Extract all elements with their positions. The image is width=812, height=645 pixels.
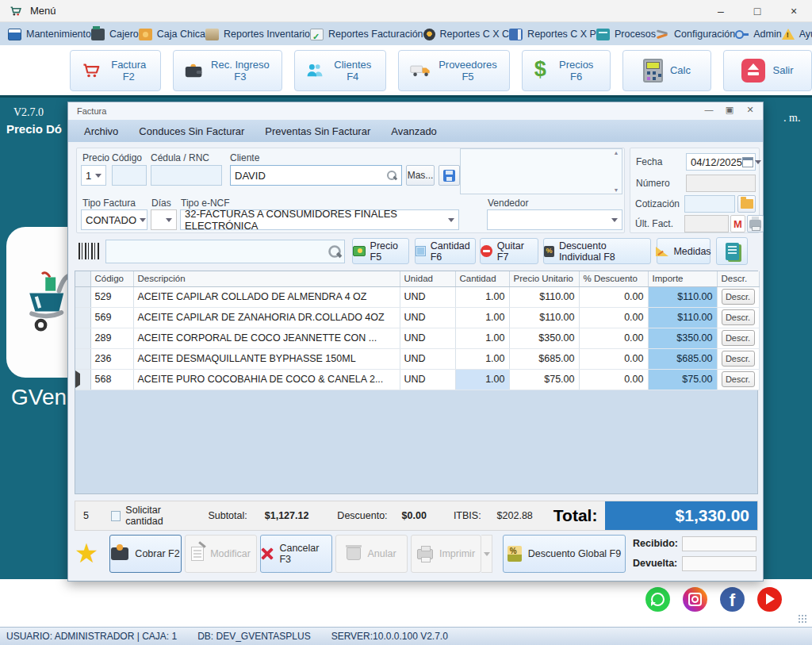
cotizacion-browse-button[interactable] — [737, 195, 756, 213]
descr-button[interactable]: Descr. — [722, 289, 755, 305]
modificar-button[interactable]: Modificar — [185, 535, 257, 573]
imprimir-dropdown[interactable] — [481, 535, 492, 573]
rec-ingreso-button[interactable]: Rec. Ingreso F3 — [173, 50, 282, 91]
cliente-input[interactable]: DAVID — [230, 165, 402, 186]
tipo-encf-label: Tipo e-NCF — [181, 198, 230, 209]
descuento-value: $0.00 — [402, 510, 427, 521]
codigo-input[interactable] — [112, 165, 147, 186]
col-descuento[interactable]: % Descuento — [579, 271, 648, 286]
scroll-up-icon[interactable]: ▲ — [611, 150, 621, 155]
calc-button[interactable]: Calc — [622, 50, 711, 91]
table-row[interactable]: 529 ACEITE CAPILAR COLLADO DE ALMENDRA 4… — [75, 286, 759, 307]
descr-button[interactable]: Descr. — [722, 351, 755, 367]
youtube-icon[interactable] — [757, 587, 782, 612]
maximize-button[interactable]: □ — [739, 0, 776, 22]
menu-item-reportes-cxc[interactable]: Reportes C X C — [423, 29, 510, 40]
bottom-band: f — [0, 579, 812, 629]
menu-item-ayuda[interactable]: Ayuda — [782, 29, 812, 40]
table-row[interactable]: 289 ACEITE CORPORAL DE COCO JEANNETTE CO… — [75, 328, 759, 348]
factura-minimize-button[interactable]: — — [703, 105, 715, 115]
menu-item-mantenimiento[interactable]: Mantenimiento — [8, 29, 91, 40]
comentario-textarea[interactable]: ▲ ▼ — [460, 148, 622, 194]
print-ult-fact-button[interactable] — [747, 215, 764, 232]
menu-item-cajero[interactable]: Cajero — [91, 29, 139, 40]
col-precio-unitario[interactable]: Precio Unitario — [509, 271, 579, 286]
minimize-button[interactable]: – — [703, 0, 739, 22]
dias-select[interactable] — [151, 209, 177, 230]
tipo-factura-select[interactable]: CONTADO — [81, 209, 147, 230]
notas-button[interactable] — [716, 237, 748, 265]
cedula-input[interactable] — [151, 165, 222, 186]
solicitar-cantidad-checkbox[interactable] — [111, 511, 121, 521]
descuento-individual-f8-button[interactable]: Descuento Individual F8 — [543, 238, 651, 264]
recibido-input[interactable] — [682, 536, 756, 551]
folder-icon — [741, 199, 753, 209]
medidas-button[interactable]: Medidas — [657, 238, 710, 264]
fecha-datepicker[interactable]: 04/12/2025 — [686, 153, 756, 171]
menu-preventas[interactable]: Preventas Sin Facturar — [265, 125, 370, 137]
col-unidad[interactable]: Unidad — [400, 271, 455, 286]
menu-item-procesos[interactable]: Procesos — [596, 29, 656, 40]
menu-conduces[interactable]: Conduces Sin Facturar — [139, 125, 244, 137]
descr-button[interactable]: Descr. — [722, 309, 755, 325]
totals-bar: 5 Solicitar cantidad Subtotal: $1,127.12… — [75, 501, 758, 531]
search-icon[interactable] — [327, 244, 342, 259]
save-button[interactable] — [439, 165, 460, 186]
cobrar-button[interactable]: Cobrar F2 — [109, 535, 182, 573]
fecha-label: Fecha — [636, 156, 662, 167]
menu-item-reportes-cxp[interactable]: Reportes C X P — [509, 29, 596, 40]
col-descr[interactable]: Descr. — [717, 271, 759, 286]
cancelar-button[interactable]: Cancelar F3 — [260, 535, 332, 573]
table-row[interactable]: 236 ACEITE DESMAQUILLANTE BYPHASSE 150ML… — [75, 348, 759, 369]
factura-button[interactable]: Factura F2 — [70, 50, 161, 91]
menu-item-configuracion[interactable]: Configuración — [656, 29, 735, 40]
resize-grip[interactable] — [798, 614, 807, 624]
close-button[interactable]: × — [776, 0, 812, 22]
tipo-encf-select[interactable]: 32-FACTURAS A CONSUMIDORES FINALES ELECT… — [180, 209, 459, 230]
precio-select[interactable]: 1 — [81, 165, 106, 186]
menu-avanzado[interactable]: Avanzado — [391, 125, 437, 137]
instagram-icon[interactable] — [683, 587, 707, 612]
menu-item-caja-chica[interactable]: Caja Chica — [139, 29, 205, 40]
devuelta-input[interactable] — [682, 556, 756, 571]
whatsapp-icon[interactable] — [645, 587, 670, 612]
cantidad-f6-button[interactable]: Cantidad F6 — [415, 238, 476, 264]
factura-window-controls: — ▣ ✕ — [703, 105, 756, 115]
precio-f5-button[interactable]: Precio F5 — [352, 238, 409, 264]
precios-button[interactable]: Precios F6 — [522, 50, 611, 91]
anular-button[interactable]: Anular — [335, 535, 408, 573]
col-cantidad[interactable]: Cantidad — [455, 271, 509, 286]
menu-item-reportes-facturacion[interactable]: Reportes Facturación — [310, 29, 423, 40]
menu-archivo[interactable]: Archivo — [84, 125, 118, 137]
email-button[interactable]: M — [730, 215, 745, 232]
money-icon — [353, 246, 366, 256]
table-row[interactable]: 569 ACEITE CAPILAR DE ZANAHORIA DR.COLLA… — [75, 307, 759, 328]
price-dollar-label: Precio Dó — [6, 122, 62, 136]
salir-button[interactable]: Salir — [723, 50, 812, 91]
scroll-down-icon[interactable]: ▼ — [611, 187, 621, 193]
clientes-button[interactable]: Clientes F4 — [294, 50, 386, 91]
col-descripcion[interactable]: Descripción — [133, 271, 400, 286]
tipo-factura-label: Tipo Factura — [82, 198, 136, 209]
mas-button[interactable]: Mas... — [406, 165, 435, 186]
facebook-icon[interactable]: f — [720, 587, 745, 612]
search-icon[interactable] — [386, 170, 397, 181]
quitar-f7-button[interactable]: Quitar F7 — [480, 238, 538, 264]
descuento-global-button[interactable]: Descuento Global F9 — [503, 535, 626, 573]
table-row-selected[interactable]: 568 ACEITE PURO COCOBAHIA DE COCO & CANE… — [75, 369, 759, 390]
cotizacion-input[interactable] — [684, 195, 735, 213]
imprimir-button[interactable]: Imprimir — [411, 535, 481, 573]
col-codigo[interactable]: Código — [90, 271, 133, 286]
factura-restore-button[interactable]: ▣ — [723, 105, 736, 115]
vendedor-select[interactable] — [487, 209, 622, 230]
col-importe[interactable]: Importe — [648, 271, 717, 286]
menu-item-admin[interactable]: Admin — [735, 29, 781, 40]
selected-cell[interactable]: 1.00 — [455, 369, 509, 390]
barcode-input[interactable] — [105, 240, 345, 263]
proveedores-button[interactable]: Proveedores F5 — [398, 50, 510, 91]
descr-button[interactable]: Descr. — [722, 330, 755, 346]
descr-button[interactable]: Descr. — [722, 371, 755, 387]
factura-close-button[interactable]: ✕ — [744, 105, 756, 115]
menu-item-reportes-inventario[interactable]: Reportes Inventario — [205, 29, 310, 40]
star-icon[interactable]: ★ — [75, 537, 98, 569]
